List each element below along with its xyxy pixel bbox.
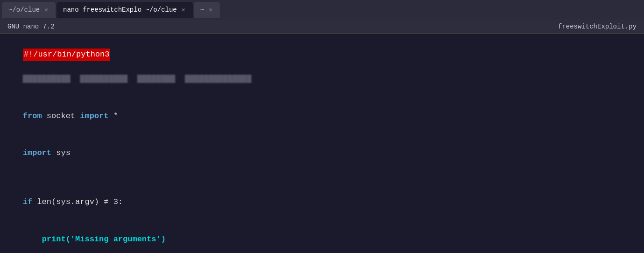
status-bar: GNU nano 7.2 freeswitchExploit.py — [0, 20, 644, 34]
indent1 — [23, 235, 42, 244]
sys-text: sys — [51, 148, 71, 157]
tab-nano[interactable]: nano freeswitchExplo ~/o/clue ✕ — [57, 2, 192, 18]
tab-clue-label: ~/o/clue — [8, 6, 40, 14]
line-empty1 — [4, 85, 640, 98]
tab-clue-close[interactable]: ✕ — [43, 6, 49, 14]
status-left: GNU nano 7.2 — [7, 23, 55, 30]
star-text: * — [108, 112, 118, 120]
tab-tilde[interactable]: ~ ✕ — [194, 2, 220, 18]
kw-if: if — [23, 197, 32, 206]
kw-import2: import — [23, 148, 51, 157]
line-blurred: ██████████ ██████████ ████████ █████████… — [4, 73, 640, 85]
if-body: len(sys.argv) ≠ 3: — [32, 197, 123, 206]
kw-import: import — [80, 112, 108, 120]
line-import: import sys — [4, 135, 640, 172]
tab-nano-label: nano freeswitchExplo ~/o/clue — [63, 6, 177, 14]
socket-text: socket — [42, 112, 80, 120]
shebang-text: #!/usr/bin/python3 — [23, 49, 111, 61]
status-right: freeswitchExploit.py — [558, 23, 637, 30]
tab-tilde-label: ~ — [200, 6, 204, 14]
line-if: if len(sys.argv) ≠ 3: — [4, 184, 640, 221]
editor[interactable]: #!/usr/bin/python3 ██████████ ██████████… — [0, 34, 644, 253]
tab-tilde-close[interactable]: ✕ — [208, 6, 213, 14]
line-print1: print('Missing arguments') — [4, 221, 640, 253]
print1-text: print('Missing arguments') — [42, 235, 166, 244]
line-from: from socket import * — [4, 98, 640, 135]
tab-nano-close[interactable]: ✕ — [181, 6, 186, 14]
tab-clue[interactable]: ~/o/clue ✕ — [2, 2, 56, 18]
line-empty2 — [4, 172, 640, 184]
kw-from: from — [23, 112, 42, 120]
tab-bar: ~/o/clue ✕ nano freeswitchExplo ~/o/clue… — [0, 0, 644, 20]
line-shebang: #!/usr/bin/python3 — [4, 36, 640, 73]
